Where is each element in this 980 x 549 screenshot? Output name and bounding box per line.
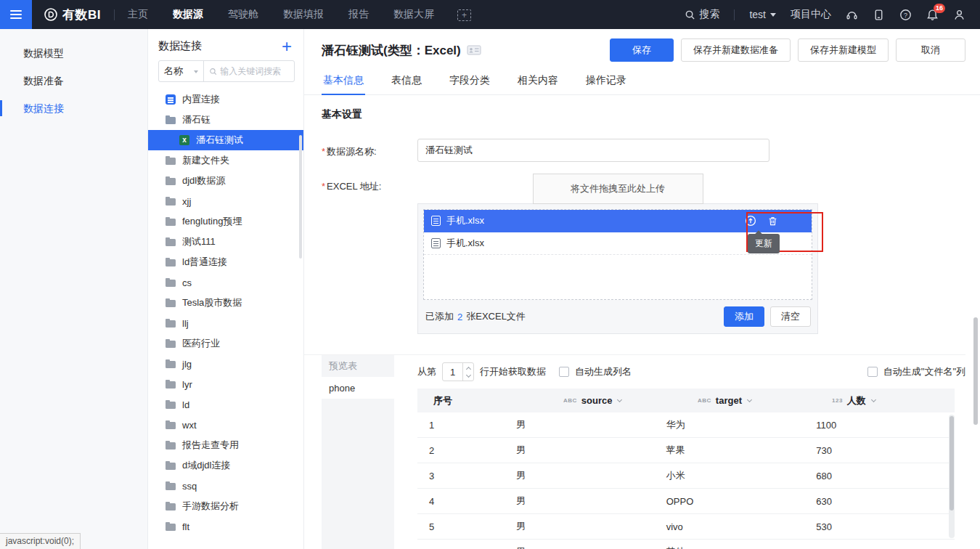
row-start-suffix: 行开始获取数据: [480, 365, 546, 378]
chevron-down-icon: [465, 372, 470, 377]
table-row: 5 男 vivo 530: [417, 514, 955, 540]
tree-item[interactable]: lyr: [148, 374, 303, 394]
tree-item[interactable]: 手游数据分析: [148, 496, 303, 516]
tab[interactable]: 基本信息: [322, 68, 365, 94]
stepper-buttons[interactable]: [462, 363, 473, 381]
connection-tree-panel: 数据连接 + 名称 内置连接 潘石钰: [148, 29, 304, 549]
add-connection-button[interactable]: +: [282, 41, 292, 52]
nav-item[interactable]: 驾驶舱: [228, 8, 258, 21]
file-row[interactable]: 手机.xlsx 更新: [424, 210, 812, 232]
page-scrollbar[interactable]: [973, 317, 978, 425]
nav-item[interactable]: 数据填报: [283, 8, 324, 21]
tree-item[interactable]: llj: [148, 313, 303, 333]
upload-circle-icon: [745, 215, 756, 227]
sidebar-item-label: 数据模型: [23, 47, 64, 59]
tree-scrollbar[interactable]: [299, 135, 302, 259]
project-center-link[interactable]: 项目中心: [791, 8, 831, 21]
tree-item-label: 报告走查专用: [182, 439, 239, 452]
tree-item[interactable]: 医药行业: [148, 333, 303, 354]
file-name: 手机.xlsx: [446, 214, 484, 227]
datasource-name-input[interactable]: [417, 139, 769, 162]
preview-list-filler: [322, 399, 394, 549]
tab[interactable]: 表信息: [390, 68, 423, 94]
topbar-search[interactable]: 搜索: [685, 8, 719, 21]
tree-item[interactable]: 报告走查专用: [148, 435, 303, 455]
file-dropzone[interactable]: 将文件拖拽至此处上传: [533, 174, 703, 204]
tree-item-label: ld: [182, 399, 189, 410]
tree-item[interactable]: fengluting预埋: [148, 211, 303, 232]
cell-index: 6: [417, 547, 505, 549]
tree-item[interactable]: ld: [148, 394, 303, 415]
save-button[interactable]: 保存: [610, 38, 674, 62]
notifications-button[interactable]: 16: [926, 9, 939, 21]
tree-item[interactable]: jlg: [148, 354, 303, 374]
app-logo[interactable]: 有数BI: [44, 7, 101, 23]
tree-search-bar: 名称: [158, 60, 295, 82]
cell-target: 华为: [655, 418, 805, 431]
preview-list-header: 预览表: [322, 355, 394, 377]
tab[interactable]: 相关内容: [516, 68, 560, 94]
cancel-button[interactable]: 取消: [896, 38, 965, 62]
tree-item[interactable]: 内置连接: [148, 89, 303, 110]
column-label: 序号: [433, 394, 452, 407]
column-header[interactable]: 123 人数: [820, 394, 955, 407]
nav-item[interactable]: 报告: [348, 8, 369, 21]
column-header[interactable]: ABC source: [552, 395, 686, 406]
column-header[interactable]: 序号: [417, 394, 552, 407]
column-header[interactable]: ABC target: [686, 395, 820, 406]
required-star: *: [322, 146, 325, 157]
menu-button[interactable]: [0, 0, 32, 29]
save-and-new-model-button[interactable]: 保存并新建模型: [798, 38, 889, 62]
datasource-info-icon[interactable]: [467, 44, 481, 56]
user-dropdown[interactable]: test: [749, 9, 776, 20]
table-scrollbar-thumb[interactable]: [950, 416, 954, 511]
mobile-device-icon: [873, 9, 885, 21]
cell-target: vivo: [655, 521, 805, 532]
tree-item[interactable]: 新建文件夹: [148, 150, 303, 171]
preview-section: 预览表 phone 从第 1 行开始获取数据: [304, 354, 965, 549]
hamburger-icon: [10, 14, 22, 15]
nav-add-button[interactable]: +: [457, 8, 471, 21]
search-field-select[interactable]: 名称: [159, 61, 204, 81]
support-headset-button[interactable]: [846, 9, 858, 21]
account-button[interactable]: [953, 9, 965, 21]
footer-buttons: 添加 清空: [724, 306, 811, 327]
tree-item[interactable]: 测试111: [148, 232, 303, 252]
tree-item[interactable]: xjj: [148, 191, 303, 211]
sidebar-item[interactable]: 数据准备: [0, 67, 147, 94]
table-scrollbar-track[interactable]: [949, 415, 955, 538]
add-file-button[interactable]: 添加: [724, 306, 764, 327]
clear-files-button[interactable]: 清空: [770, 306, 811, 327]
tree-item[interactable]: 潘石钰: [148, 110, 303, 130]
sidebar-item[interactable]: 数据连接: [0, 94, 147, 122]
tree-item[interactable]: ssq: [148, 476, 303, 496]
delete-file-button[interactable]: [767, 216, 778, 227]
tree-item[interactable]: 潘石钰测试: [148, 130, 303, 150]
tree-item-icon: [166, 379, 176, 389]
cell-count: 1630: [804, 547, 955, 549]
tree-item[interactable]: djdl数据源: [148, 171, 303, 191]
tree-item[interactable]: ld普通连接: [148, 252, 303, 272]
sidebar-item-label: 数据连接: [23, 102, 64, 114]
mobile-app-button[interactable]: [873, 9, 885, 21]
help-button[interactable]: ?: [899, 9, 912, 21]
tree-item[interactable]: d域djdl连接: [148, 455, 303, 476]
tab[interactable]: 操作记录: [584, 68, 628, 94]
nav-item[interactable]: 数据源: [173, 8, 203, 21]
sidebar-item[interactable]: 数据模型: [0, 39, 147, 67]
search-input[interactable]: [220, 66, 289, 76]
nav-item[interactable]: 数据大屏: [393, 8, 434, 21]
tree-item[interactable]: cs: [148, 272, 303, 293]
tree-item[interactable]: flt: [148, 516, 303, 537]
preview-table-item[interactable]: phone: [322, 377, 394, 399]
tab[interactable]: 字段分类: [448, 68, 491, 94]
auto-colname-checkbox[interactable]: [559, 367, 569, 377]
nav-item[interactable]: 主页: [128, 8, 148, 21]
auto-filename-checkbox[interactable]: [867, 367, 878, 377]
tree-item[interactable]: wxt: [148, 415, 303, 435]
cell-source: 男: [505, 545, 655, 549]
save-and-new-prep-button[interactable]: 保存并新建数据准备: [681, 38, 791, 62]
update-file-button[interactable]: [745, 215, 756, 227]
tree-item[interactable]: Tesla股市数据: [148, 293, 303, 313]
row-start-value[interactable]: 1: [443, 363, 462, 381]
